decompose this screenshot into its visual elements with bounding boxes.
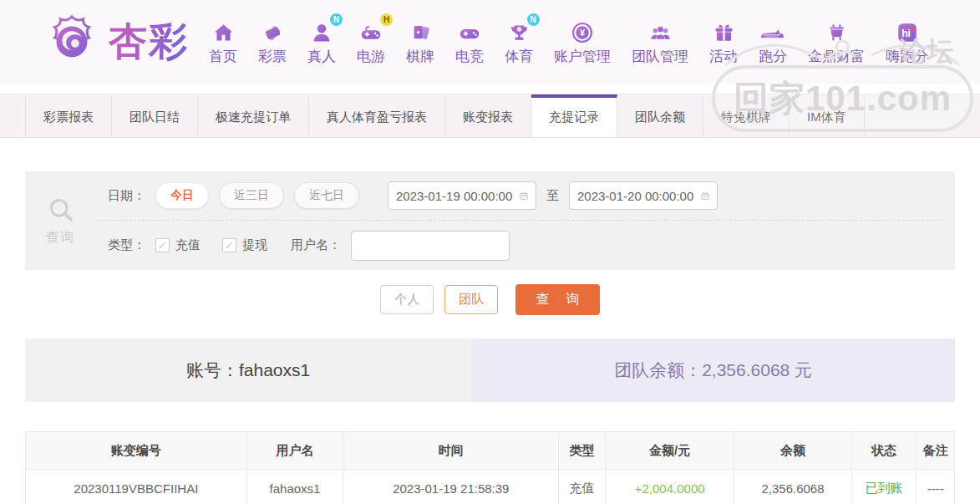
nav-item-account-mgmt[interactable]: ¥ 账户管理: [554, 18, 611, 66]
nav-item-live[interactable]: N 真人: [307, 18, 336, 66]
col-header-change-id: 账变编号: [26, 432, 247, 470]
cell-balance: 2,356.6068: [734, 470, 851, 504]
records-table: 账变编号 用户名 时间 类型 金额/元 余额 状态 备注 20230119VBB…: [25, 431, 955, 504]
col-header-time: 时间: [343, 432, 559, 470]
date-from-input[interactable]: [396, 189, 520, 203]
username-input[interactable]: [351, 231, 510, 261]
cell-remark: ----: [917, 470, 955, 504]
search-button[interactable]: 查 询: [515, 284, 599, 315]
nav-item-board-games[interactable]: 棋牌: [406, 18, 434, 66]
filter-panel: 查询 日期： 今日 近三日 近七日 至: [25, 171, 955, 270]
nav-badge: N: [330, 13, 343, 26]
preset-today-button[interactable]: 今日: [155, 182, 209, 209]
flower-logo-icon: [42, 12, 102, 72]
main-nav: 首页 彩票 N 真人: [209, 18, 928, 66]
team-icon: [648, 18, 673, 44]
search-icon: [46, 195, 76, 225]
home-icon: [212, 18, 235, 44]
account-number: 账号：fahaoxs1: [25, 339, 471, 402]
gift-icon: [713, 18, 735, 44]
calendar-icon[interactable]: [520, 189, 528, 203]
type-label: 类型：: [108, 237, 145, 253]
withdraw-checkbox[interactable]: ✓: [222, 238, 236, 252]
table-header-row: 账变编号 用户名 时间 类型 金额/元 余额 状态 备注: [26, 432, 955, 470]
svg-text:hi: hi: [901, 28, 911, 39]
date-range-separator: 至: [546, 188, 559, 204]
trophy-icon: N: [508, 18, 531, 44]
tab-im-sports[interactable]: IM体育: [790, 94, 865, 137]
lottery-tickets-icon: [262, 18, 284, 44]
account-number-value: fahaoxs1: [239, 360, 310, 380]
nav-item-hipaofen[interactable]: hi 嗨跑分: [886, 18, 928, 66]
tab-team-balance[interactable]: 团队余额: [617, 94, 703, 137]
cards-icon: [409, 18, 432, 44]
col-header-type: 类型: [559, 432, 606, 470]
tab-account-change-report[interactable]: 账变报表: [445, 94, 531, 137]
cell-amount: +2,004.0000: [605, 470, 734, 504]
preset-last3days-button[interactable]: 近三日: [219, 182, 284, 209]
deposit-checkbox[interactable]: ✓: [155, 238, 170, 252]
col-header-status: 状态: [851, 432, 917, 470]
report-tabbar: 彩票报表 团队日结 极速充提订单 真人体育盈亏报表 账变报表 充提记录 团队余额…: [0, 94, 980, 138]
cell-username: fahaoxs1: [246, 470, 343, 504]
filter-main: 日期： 今日 近三日 近七日 至: [96, 171, 955, 270]
col-header-remark: 备注: [917, 432, 955, 470]
nav-item-egames[interactable]: H 电游: [357, 18, 385, 66]
col-header-username: 用户名: [246, 432, 343, 470]
svg-text:¥: ¥: [580, 28, 586, 38]
ding-tripod-icon: [825, 18, 848, 44]
header: 杏彩 首页 彩票 N: [0, 0, 980, 84]
tab-team-daily[interactable]: 团队日结: [112, 94, 198, 137]
nav-item-home[interactable]: 首页: [209, 18, 237, 66]
tab-tetu-board-games[interactable]: 特兔棋牌: [703, 94, 790, 137]
date-filter-row: 日期： 今日 近三日 近七日 至: [96, 171, 942, 221]
nav-item-lottery[interactable]: 彩票: [258, 18, 287, 66]
brand-name: 杏彩: [109, 16, 189, 68]
check-icon: ✓: [158, 239, 167, 252]
tab-express-deposit-orders[interactable]: 极速充提订单: [198, 94, 309, 137]
action-buttons: 个人 团队 查 询: [0, 284, 980, 315]
team-button[interactable]: 团队: [444, 285, 498, 314]
calendar-icon[interactable]: [701, 189, 709, 203]
hi-app-icon: hi: [896, 18, 919, 44]
account-number-label: 账号：: [186, 359, 239, 382]
date-label: 日期：: [108, 188, 145, 204]
team-balance: 团队余额：2,356.6068 元: [471, 339, 955, 402]
nav-item-jinding-wealth[interactable]: 金鼎财富: [808, 18, 865, 66]
withdraw-checkbox-label: 提现: [242, 237, 267, 253]
nav-item-esports[interactable]: 电竞: [455, 18, 484, 66]
yuan-coin-icon: ¥: [571, 18, 594, 44]
nav-item-paofen[interactable]: 跑分: [759, 18, 787, 66]
nav-item-activity[interactable]: 活动: [709, 18, 738, 66]
type-filter-row: 类型： ✓ 充值 ✓ 提现 用户名：: [96, 221, 942, 270]
username-label: 用户名：: [291, 237, 341, 253]
nav-badge: H: [380, 13, 393, 26]
table-row: 20230119VBBCFIIHAI fahaoxs1 2023-01-19 2…: [26, 470, 955, 504]
nav-badge: N: [527, 13, 540, 26]
brand-logo[interactable]: 杏彩: [42, 12, 189, 72]
esports-gamepad-icon: [457, 18, 482, 44]
live-person-icon: N: [310, 18, 333, 44]
preset-last7days-button[interactable]: 近七日: [294, 182, 359, 209]
team-balance-label: 团队余额：: [614, 359, 702, 382]
cell-status: 已到账: [851, 470, 917, 504]
rhino-icon: [759, 18, 787, 44]
nav-item-team-mgmt[interactable]: 团队管理: [632, 18, 688, 66]
personal-button[interactable]: 个人: [380, 285, 434, 314]
filter-side-label: 查询: [46, 229, 76, 247]
tab-live-sports-pnl-report[interactable]: 真人体育盈亏报表: [309, 94, 445, 137]
col-header-amount: 金额/元: [605, 432, 734, 470]
date-to-field[interactable]: [569, 181, 718, 210]
gamepad-icon: H: [358, 18, 383, 44]
date-from-field[interactable]: [388, 181, 536, 210]
team-balance-value: 2,356.6068 元: [702, 359, 812, 382]
tab-lottery-report[interactable]: 彩票报表: [25, 94, 112, 137]
cell-type: 充值: [559, 470, 606, 504]
cell-change-id: 20230119VBBCFIIHAI: [26, 470, 247, 504]
deposit-checkbox-label: 充值: [175, 237, 201, 253]
nav-item-sports[interactable]: N 体育: [505, 18, 533, 66]
tab-deposit-withdraw-records[interactable]: 充提记录: [531, 94, 617, 137]
date-to-input[interactable]: [577, 189, 701, 203]
check-icon: ✓: [225, 239, 234, 252]
cell-time: 2023-01-19 21:58:39: [343, 470, 559, 504]
